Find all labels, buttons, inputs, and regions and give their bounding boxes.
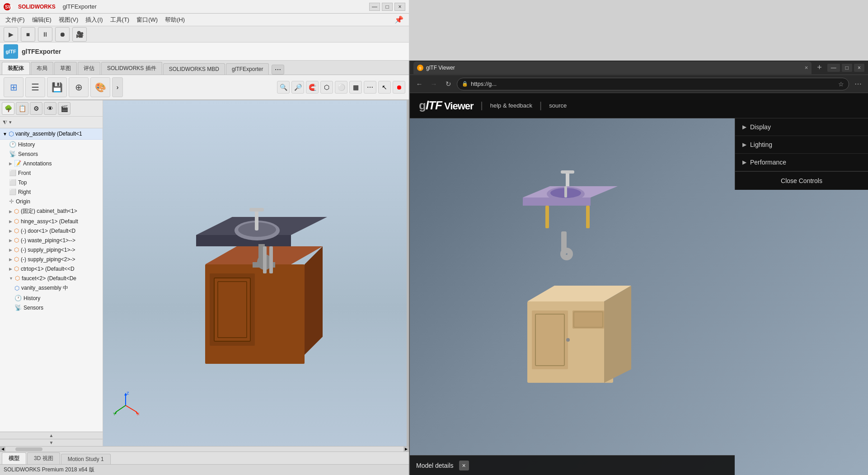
list-item[interactable]: ▶ ⬡ (-) supply_piping<1>->: [0, 245, 103, 254]
pause-btn[interactable]: ⏸: [38, 27, 52, 42]
vp-stop-icon[interactable]: ⏺: [393, 81, 405, 94]
tree-scroll-down[interactable]: ▼: [0, 439, 103, 446]
tab-assembly[interactable]: 装配体: [2, 62, 30, 75]
model-details-close-btn[interactable]: ×: [459, 461, 469, 470]
scene-tab-icon[interactable]: 🎬: [58, 102, 70, 115]
star-icon[interactable]: ☆: [838, 80, 844, 88]
vp-zoom-icon[interactable]: 🔎: [291, 81, 304, 94]
list-item[interactable]: ▶ ⬡ ctrtop<1> (Default<<D: [0, 264, 103, 273]
list-item[interactable]: ▶ 📝 Annotations: [0, 159, 103, 168]
ribbon-btn-4[interactable]: ⊕: [69, 77, 89, 97]
properties-tab-icon[interactable]: 📋: [16, 102, 28, 115]
tab-sketch[interactable]: 草图: [54, 62, 77, 75]
h-scroll-right-btn[interactable]: ▶: [404, 447, 409, 452]
vp-sphere-icon[interactable]: ⚪: [335, 81, 347, 94]
3d-viewport[interactable]: Z X Y: [103, 100, 407, 446]
menu-file[interactable]: 文件(F): [2, 14, 28, 26]
menu-insert[interactable]: 插入(I): [82, 14, 106, 26]
pin-icon[interactable]: 📌: [391, 15, 407, 24]
tree-scroll-up[interactable]: ▲: [0, 432, 103, 439]
record-btn[interactable]: ⏺: [55, 27, 70, 42]
nav-separator-2: |: [540, 100, 542, 111]
bottom-tab-bar: 模型 3D 视图 Motion Study 1: [0, 451, 409, 464]
list-item[interactable]: ▶ ⬡ hinge_assy<1> (Default: [0, 216, 103, 226]
ribbon-btn-2[interactable]: ☰: [25, 77, 45, 97]
list-item[interactable]: 📡 Sensors: [0, 149, 103, 159]
tab-gltfexporter[interactable]: glTFExporter: [226, 63, 269, 75]
close-btn[interactable]: ×: [394, 3, 405, 11]
vp-search-icon[interactable]: 🔍: [277, 81, 290, 94]
list-item[interactable]: 🕐 History: [0, 293, 103, 303]
tab-model[interactable]: 模型: [2, 452, 26, 464]
display-arrow-icon: ▶: [742, 124, 746, 130]
top-plane-icon: ⬜: [9, 179, 16, 186]
list-item[interactable]: ▶ ⬡ (-) waste_piping<1>-->: [0, 235, 103, 245]
list-item[interactable]: ⬜ Top: [0, 178, 103, 187]
tree-tab-icon[interactable]: 🌳: [2, 102, 14, 115]
maximize-btn[interactable]: □: [382, 3, 393, 11]
ribbon-btn-1[interactable]: ⊞: [4, 77, 23, 97]
ribbon-expand-btn[interactable]: ›: [112, 77, 123, 97]
forward-btn[interactable]: →: [428, 78, 440, 90]
performance-control[interactable]: ▶ Performance: [735, 154, 868, 171]
list-item[interactable]: ▶ ⬡ (固定) cabinet_bath<1>: [0, 206, 103, 216]
tree-root-item[interactable]: ▼ ⬡ vanity_assembly (Default<1: [0, 128, 103, 140]
browser-close-btn[interactable]: ×: [854, 64, 864, 72]
panel-tabs: 🌳 📋 ⚙ 👁 🎬: [0, 100, 103, 117]
menu-window[interactable]: 窗口(W): [133, 14, 161, 26]
source-link[interactable]: source: [549, 102, 567, 109]
list-item[interactable]: ▶ ⬡ (-) supply_piping<2>->: [0, 254, 103, 264]
tab-motion-study[interactable]: Motion Study 1: [61, 454, 111, 464]
h-scroll-thumb[interactable]: [15, 447, 42, 451]
vp-cube-icon[interactable]: ⬡: [320, 81, 333, 94]
list-item[interactable]: ⬜ Right: [0, 187, 103, 197]
list-item[interactable]: 🕐 History: [0, 140, 103, 149]
help-feedback-link[interactable]: help & feedback: [490, 102, 532, 109]
lighting-control[interactable]: ▶ Lighting: [735, 136, 868, 154]
tab-layout[interactable]: 布局: [31, 62, 53, 75]
address-input[interactable]: 🔒 https://g... ☆: [457, 78, 849, 90]
ribbon-expand-icon[interactable]: ⋯: [272, 65, 284, 75]
h-scroll-left-btn[interactable]: ◀: [0, 447, 5, 452]
video-btn[interactable]: 🎥: [72, 27, 87, 42]
menu-view[interactable]: 视图(V): [55, 14, 82, 26]
tab-evaluate[interactable]: 评估: [78, 62, 100, 75]
tree-scroll-container[interactable]: ▼ ⬡ vanity_assembly (Default<1 🕐 History…: [0, 128, 103, 432]
stop-btn[interactable]: ■: [21, 27, 35, 42]
vp-magnet-icon[interactable]: 🧲: [306, 81, 319, 94]
browser-menu-btn[interactable]: ⋯: [852, 80, 864, 88]
browser-min-btn[interactable]: —: [827, 64, 840, 72]
tab-sw-plugins[interactable]: SOLIDWORKS 插件: [101, 62, 162, 75]
tab-sw-mbd[interactable]: SOLIDWORKS MBD: [163, 63, 225, 75]
menu-help[interactable]: 帮助(H): [161, 14, 188, 26]
browser-max-btn[interactable]: □: [842, 64, 852, 72]
display-tab-icon[interactable]: 👁: [44, 102, 56, 115]
menu-tools[interactable]: 工具(T): [107, 14, 133, 26]
list-item[interactable]: ▶ ⬡ (-) door<1> (Default<D: [0, 226, 103, 235]
ribbon-btn-3[interactable]: 💾: [47, 77, 67, 97]
status-bar: SOLIDWORKS Premium 2018 x64 版: [0, 464, 409, 475]
config-tab-icon[interactable]: ⚙: [30, 102, 42, 115]
list-item[interactable]: 📡 Sensors: [0, 303, 103, 312]
panel-resize-handle[interactable]: [100, 100, 103, 446]
display-control[interactable]: ▶ Display: [735, 118, 868, 136]
vp-plane-icon[interactable]: ▦: [349, 81, 362, 94]
play-btn[interactable]: ▶: [4, 27, 18, 42]
vp-cursor-icon[interactable]: ↖: [378, 81, 391, 94]
minimize-btn[interactable]: —: [369, 3, 380, 11]
list-item[interactable]: ✛ Origin: [0, 197, 103, 206]
new-tab-btn[interactable]: +: [815, 63, 824, 72]
tab-close-icon[interactable]: ×: [805, 64, 808, 71]
refresh-btn[interactable]: ↻: [442, 78, 454, 90]
menu-edit[interactable]: 编辑(E): [28, 14, 55, 26]
vp-more-icon[interactable]: ⋯: [364, 81, 376, 94]
list-item[interactable]: ▼ ⬡ faucet<2> (Default<De: [0, 273, 103, 283]
h-scrollbar[interactable]: ◀ ▶: [0, 446, 409, 451]
close-controls-btn[interactable]: Close Controls: [735, 171, 868, 190]
list-item[interactable]: ⬡ vanity_assembly 中: [0, 283, 103, 293]
svg-marker-4: [305, 246, 323, 355]
ribbon-btn-5[interactable]: 🎨: [90, 77, 110, 97]
list-item[interactable]: ⬜ Front: [0, 168, 103, 178]
tab-3dview[interactable]: 3D 视图: [27, 452, 60, 464]
back-btn[interactable]: ←: [413, 78, 425, 90]
